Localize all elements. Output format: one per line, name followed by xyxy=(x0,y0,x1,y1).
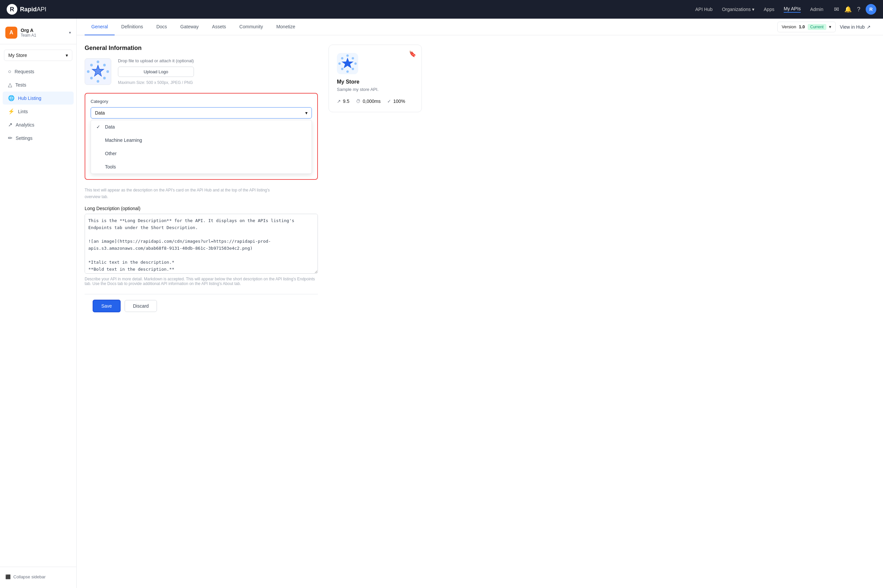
latency-icon: ⏱ xyxy=(356,99,361,104)
api-stats: ↗ 9.5 ⏱ 0,000ms ✓ 100% xyxy=(337,99,414,104)
help-icon[interactable]: ? xyxy=(857,6,860,13)
sidebar-item-hub-listing[interactable]: 🌐 Hub Listing xyxy=(3,92,74,105)
settings-icon: ✏ xyxy=(8,135,12,141)
notifications-icon[interactable]: 🔔 xyxy=(844,6,852,13)
sidebar-item-tests[interactable]: △ Tests xyxy=(3,78,74,91)
option-ml-label: Machine Learning xyxy=(105,138,142,143)
brand-logo[interactable]: R RapidAPI xyxy=(7,4,46,15)
sidebar-item-hub-listing-label: Hub Listing xyxy=(18,96,41,101)
tab-community[interactable]: Community xyxy=(233,19,269,35)
nav-my-apis[interactable]: My APIs xyxy=(784,6,801,13)
page-content: General Information xyxy=(77,35,883,327)
score-value: 9.5 xyxy=(343,99,349,104)
stat-latency: ⏱ 0,000ms xyxy=(356,99,381,104)
sidebar-item-analytics-label: Analytics xyxy=(16,122,34,128)
sidebar-item-settings[interactable]: ✏ Settings xyxy=(3,132,74,144)
api-logo-preview xyxy=(337,53,358,74)
version-status: Current xyxy=(808,24,826,30)
main-content: General Definitions Docs Gateway Assets … xyxy=(77,19,883,588)
uptime-icon: ✓ xyxy=(387,99,391,104)
long-desc-hint: Describe your API in more detail. Markdo… xyxy=(85,277,318,286)
external-link-icon: ↗ xyxy=(866,24,871,30)
tab-monetize[interactable]: Monetize xyxy=(269,19,302,35)
brand-name: RapidAPI xyxy=(20,6,46,13)
category-label: Category xyxy=(91,99,312,104)
nav-admin[interactable]: Admin xyxy=(810,7,823,12)
version-label: Version xyxy=(782,24,796,29)
category-selected-value: Data xyxy=(95,110,105,116)
option-data-label: Data xyxy=(105,124,115,129)
svg-point-15 xyxy=(352,57,354,60)
sidebar-item-lints[interactable]: ⚡ Lints xyxy=(3,105,74,118)
version-chevron-icon: ▾ xyxy=(829,24,831,29)
uptime-value: 100% xyxy=(393,99,405,104)
sidebar-item-requests[interactable]: ○ Requests xyxy=(3,65,74,78)
category-select[interactable]: Data ▾ xyxy=(91,107,312,118)
score-icon: ↗ xyxy=(337,99,341,104)
user-avatar[interactable]: R xyxy=(866,4,876,15)
org-chevron-icon[interactable]: ▾ xyxy=(69,30,71,35)
svg-point-10 xyxy=(338,63,341,65)
svg-point-6 xyxy=(90,77,93,80)
category-option-data[interactable]: ✓ Data xyxy=(91,120,311,134)
store-selector[interactable]: My Store ▾ xyxy=(4,50,72,61)
nav-organizations[interactable]: Organizations ▾ xyxy=(722,7,754,12)
sidebar-item-analytics[interactable]: ↗ Analytics xyxy=(3,118,74,131)
category-dropdown-menu: ✓ Data Machine Learning Other xyxy=(91,120,312,174)
logo-preview-image xyxy=(85,58,111,85)
category-option-tools[interactable]: Tools xyxy=(91,160,311,174)
tab-gateway[interactable]: Gateway xyxy=(174,19,205,35)
tab-assets[interactable]: Assets xyxy=(205,19,233,35)
version-number: 1.0 xyxy=(799,24,805,29)
bookmark-icon[interactable]: 🔖 xyxy=(409,50,416,58)
svg-marker-18 xyxy=(341,58,354,68)
upload-logo-button[interactable]: Upload Logo xyxy=(118,67,194,77)
save-button[interactable]: Save xyxy=(93,300,120,312)
svg-point-5 xyxy=(103,64,106,67)
short-desc-hint: This text will appear as the description… xyxy=(85,188,318,192)
content-main: General Information xyxy=(85,45,318,318)
check-icon: ✓ xyxy=(96,124,102,129)
tab-general[interactable]: General xyxy=(85,19,114,35)
upload-size-hint: Maximum Size: 500 x 500px, JPEG / PNG xyxy=(118,80,194,85)
tab-definitions[interactable]: Definitions xyxy=(114,19,150,35)
org-info: Org A Team A1 xyxy=(21,28,66,38)
hub-listing-icon: 🌐 xyxy=(8,95,15,101)
action-buttons: Save Discard xyxy=(85,294,318,318)
sidebar-bottom: ⬛ Collapse sidebar xyxy=(0,567,76,583)
sidebar-item-tests-label: Tests xyxy=(15,82,26,88)
collapse-label: Collapse sidebar xyxy=(14,574,46,579)
messages-icon[interactable]: ✉ xyxy=(834,6,839,13)
app-layout: A Org A Team A1 ▾ My Store ▾ ○ Requests … xyxy=(0,19,883,588)
discard-button[interactable]: Discard xyxy=(125,300,157,312)
tests-icon: △ xyxy=(8,82,12,88)
latency-value: 0,000ms xyxy=(363,99,381,104)
svg-point-2 xyxy=(96,61,99,63)
svg-point-12 xyxy=(346,55,349,57)
logo-icon: R xyxy=(7,4,17,15)
nav-apps[interactable]: Apps xyxy=(764,7,775,12)
long-desc-textarea[interactable]: This is the **Long Description** for the… xyxy=(85,214,318,274)
nav-links: API Hub Organizations ▾ Apps My APIs Adm… xyxy=(695,6,823,13)
collapse-sidebar-button[interactable]: ⬛ Collapse sidebar xyxy=(0,571,76,583)
tabs-bar: General Definitions Docs Gateway Assets … xyxy=(77,19,883,35)
upload-info: Drop file to upload or attach it (option… xyxy=(118,58,194,85)
analytics-icon: ↗ xyxy=(8,122,12,128)
upload-drop-text: Drop file to upload or attach it (option… xyxy=(118,58,194,63)
category-chevron-icon: ▾ xyxy=(305,110,308,116)
api-preview-card: 🔖 My S xyxy=(328,45,422,112)
store-chevron-icon: ▾ xyxy=(66,52,68,58)
requests-icon: ○ xyxy=(8,69,11,75)
view-in-hub-button[interactable]: View in Hub ↗ xyxy=(836,22,875,32)
view-in-hub-label: View in Hub xyxy=(840,24,865,30)
version-selector[interactable]: Version 1.0 Current ▾ xyxy=(778,22,835,32)
category-option-machine-learning[interactable]: Machine Learning xyxy=(91,134,311,147)
stat-score: ↗ 9.5 xyxy=(337,99,349,104)
nav-api-hub[interactable]: API Hub xyxy=(695,7,712,12)
org-team: Team A1 xyxy=(21,33,66,38)
short-description-area: This text will appear as the description… xyxy=(85,188,318,199)
tab-docs[interactable]: Docs xyxy=(150,19,174,35)
svg-point-3 xyxy=(96,80,99,82)
svg-point-7 xyxy=(103,77,106,80)
category-option-other[interactable]: Other xyxy=(91,147,311,160)
